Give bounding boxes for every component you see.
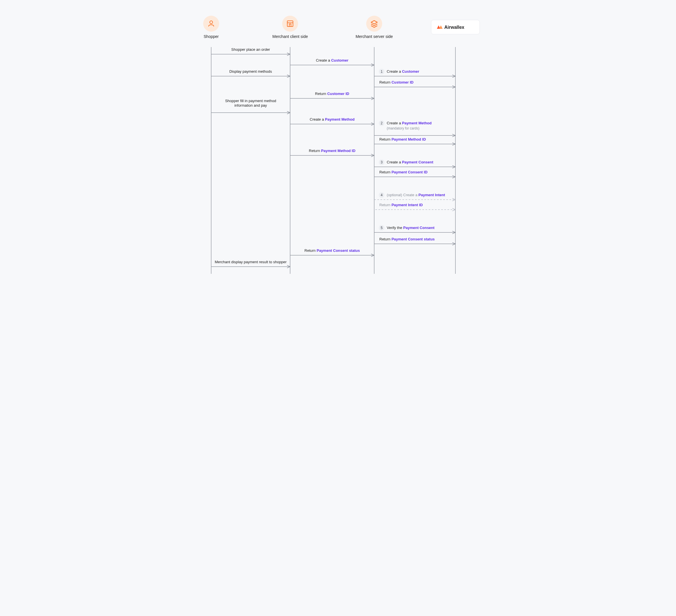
message-m18: Return Payment Consent status <box>290 248 374 255</box>
message-m15: Return Payment Intent ID <box>374 203 455 210</box>
message-label: Return Customer ID <box>379 80 413 85</box>
message-label: Create a Customer <box>387 69 419 73</box>
message-m8: Create a Payment Method <box>290 117 374 124</box>
message-label: Merchant display payment result to shopp… <box>215 260 287 264</box>
message-m13: Return Payment Consent ID <box>374 170 455 177</box>
arrows: Shopper place an orderCreate a CustomerD… <box>211 47 455 267</box>
message-sublabel: (mandatory for cards) <box>387 126 419 130</box>
message-m7: Shopper fill in payment methodinformatio… <box>211 99 290 113</box>
step-badge-number: 5 <box>381 226 383 230</box>
message-label: (optional) Create a Payment Intent <box>387 193 445 197</box>
message-label: Return Payment Method ID <box>309 149 355 153</box>
message-label: Create a Payment Method <box>387 121 432 125</box>
step-badge-number: 2 <box>381 121 383 125</box>
step-badge-number: 1 <box>381 69 383 73</box>
message-m1: Shopper place an order <box>211 47 290 54</box>
message-label: Shopper fill in payment methodinformatio… <box>225 99 276 107</box>
message-label: Return Payment Consent status <box>304 248 360 253</box>
message-m2: Create a Customer <box>290 58 374 65</box>
message-m17: Return Payment Consent status <box>374 237 455 244</box>
message-m14: 4(optional) Create a Payment Intent <box>374 192 455 200</box>
lane-server-label: Merchant server side <box>356 34 393 39</box>
message-label: Verify the Payment Consent <box>387 225 435 230</box>
sequence-diagram: Shopper Merchant client side Merchant se… <box>169 0 507 308</box>
message-label: Return Payment Consent ID <box>379 170 428 174</box>
lane-shopper: Shopper <box>203 16 219 39</box>
step-badge-number: 4 <box>381 193 383 197</box>
brand-badge: Airwallex <box>431 20 480 34</box>
message-label: Create a Customer <box>316 58 348 62</box>
message-label: Return Payment Consent status <box>379 237 435 241</box>
message-m4: 1Create a Customer <box>374 69 455 76</box>
brand-name: Airwallex <box>444 25 464 30</box>
message-label: Return Customer ID <box>315 92 349 96</box>
lane-client-label: Merchant client side <box>273 34 308 39</box>
message-label: Display payment methods <box>229 69 272 73</box>
message-m11: Return Payment Method ID <box>290 149 374 155</box>
step-badge-number: 3 <box>381 160 383 164</box>
lane-server: Merchant server side <box>356 16 393 39</box>
message-label: Create a Payment Consent <box>387 160 434 164</box>
lane-client: Merchant client side <box>273 16 308 39</box>
message-m5: Return Customer ID <box>374 80 455 87</box>
lane-shopper-label: Shopper <box>204 34 219 39</box>
message-m3: Display payment methods <box>211 69 290 76</box>
message-label: Shopper place an order <box>231 47 271 52</box>
message-m9: 2Create a Payment Method(mandatory for c… <box>374 120 455 136</box>
message-m12: 3Create a Payment Consent <box>374 159 455 167</box>
message-m16: 5Verify the Payment Consent <box>374 225 455 233</box>
message-label: Return Payment Method ID <box>379 137 426 142</box>
message-m10: Return Payment Method ID <box>374 137 455 144</box>
message-label: Create a Payment Method <box>310 117 355 121</box>
message-m6: Return Customer ID <box>290 92 374 98</box>
message-label: Return Payment Intent ID <box>379 203 422 207</box>
message-m19: Merchant display payment result to shopp… <box>211 260 290 267</box>
